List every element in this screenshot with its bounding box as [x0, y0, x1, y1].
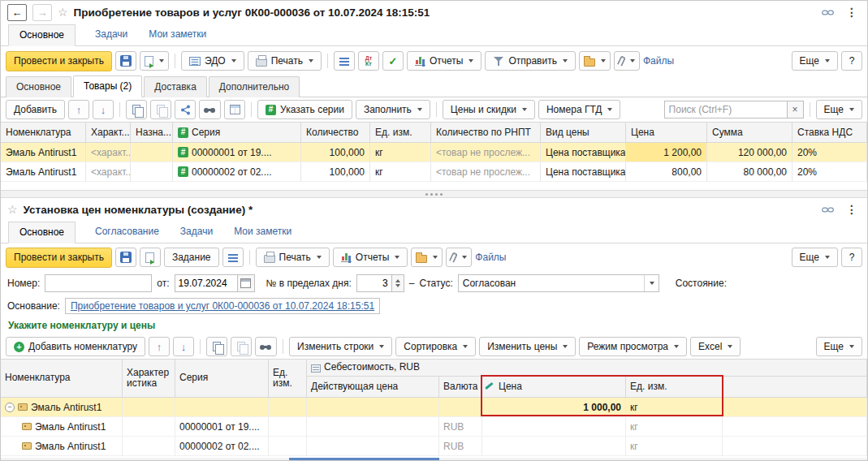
col-unit[interactable]: Ед. изм. — [370, 123, 431, 142]
excel-button[interactable]: Excel — [690, 337, 741, 356]
col-qty[interactable]: Количество — [301, 123, 370, 142]
col-rnpt[interactable]: Количество по РНПТ — [431, 123, 541, 142]
print-button[interactable]: Печать — [256, 248, 330, 267]
forward-button[interactable]: → — [32, 4, 52, 21]
scrollbar-thumb[interactable] — [289, 458, 439, 461]
folder-button[interactable] — [579, 51, 611, 71]
nav-tab-notes[interactable]: Мои заметки — [232, 222, 293, 243]
save-button[interactable] — [115, 51, 136, 71]
move-up-button[interactable]: ↑ — [68, 100, 89, 119]
edo-button[interactable]: ЭДО — [181, 51, 244, 71]
move-up-button[interactable]: ↑ — [149, 337, 170, 356]
check-button[interactable]: ✓ — [382, 51, 404, 71]
grid-more-button[interactable]: Еще — [816, 337, 862, 356]
share-button[interactable] — [175, 100, 196, 119]
basis-document-link[interactable]: Приобретение товаров и услуг 0К00-000036… — [71, 300, 374, 312]
reports-button[interactable]: Отчеты — [407, 51, 482, 71]
edit-rows-button[interactable]: Изменить строки — [289, 337, 392, 356]
nav-tab-main[interactable]: Основное — [8, 24, 76, 46]
seq-field[interactable] — [356, 274, 392, 292]
col-currency[interactable]: Валюта — [439, 377, 482, 397]
col-price[interactable]: Цена — [482, 377, 626, 397]
move-down-button[interactable]: ↓ — [93, 100, 114, 119]
horizontal-scrollbar[interactable] — [1, 458, 867, 461]
date-picker-button[interactable] — [238, 274, 255, 292]
window-menu-button[interactable]: ⋮ — [843, 201, 861, 218]
col-nomenclature[interactable]: Номенклатура — [1, 123, 86, 142]
task-button[interactable]: Задание — [164, 248, 219, 267]
col-group-cost[interactable]: Себестоимость, RUB — [307, 360, 867, 377]
tab-main[interactable]: Основное — [6, 76, 71, 97]
print-button[interactable]: Печать — [248, 51, 322, 71]
fill-button[interactable]: Заполнить — [356, 100, 430, 119]
window-splitter[interactable] — [1, 190, 867, 198]
seq-stepper[interactable] — [392, 274, 404, 292]
folder-button[interactable] — [411, 248, 443, 267]
reports-button[interactable]: Отчеты — [333, 248, 408, 267]
col-sum[interactable]: Сумма — [707, 123, 792, 142]
specify-series-button[interactable]: #Указать серии — [257, 100, 352, 119]
gtd-numbers-button[interactable]: Номера ГТД — [538, 100, 621, 119]
get-link-button[interactable] — [818, 205, 837, 215]
copy-row-button[interactable] — [206, 337, 227, 356]
col-price[interactable]: Цена — [626, 123, 707, 142]
nav-tab-notes[interactable]: Мои заметки — [147, 24, 208, 45]
status-dropdown-button[interactable] — [644, 275, 659, 291]
post-and-close-button[interactable]: Провести и закрыть — [6, 51, 112, 71]
view-mode-button[interactable]: Режим просмотра — [579, 337, 687, 356]
find-button[interactable] — [255, 337, 277, 356]
back-button[interactable]: ← — [7, 4, 27, 21]
col-unit2[interactable]: Ед. изм. — [626, 377, 723, 397]
files-link[interactable]: Файлы — [643, 55, 674, 67]
add-nomenclature-button[interactable]: +Добавить номенклатуру — [6, 337, 145, 356]
save-button[interactable] — [115, 248, 136, 267]
document-register-button[interactable] — [334, 51, 355, 71]
search-clear-button[interactable]: × — [788, 101, 804, 118]
get-link-button[interactable] — [818, 7, 837, 18]
files-link[interactable]: Файлы — [475, 252, 506, 263]
document-register-button[interactable] — [222, 248, 244, 267]
col-vat[interactable]: Ставка НДС — [792, 123, 867, 142]
col-series[interactable]: Серия — [175, 360, 269, 397]
search-input[interactable] — [664, 101, 788, 118]
collapse-icon[interactable]: − — [5, 403, 15, 412]
table-row[interactable]: − Эмаль Antirust1 1 000,00 кг — [1, 398, 867, 417]
add-row-button[interactable]: Добавить — [6, 100, 65, 119]
find-button[interactable] — [199, 100, 221, 119]
date-field[interactable] — [175, 274, 238, 292]
col-purpose[interactable]: Назна... — [131, 123, 173, 142]
copy-row-button[interactable] — [126, 100, 147, 119]
tab-delivery[interactable]: Доставка — [144, 76, 207, 97]
grid-more-button[interactable]: Еще — [816, 100, 862, 119]
post-and-close-button[interactable]: Провести и закрыть — [6, 248, 112, 268]
favorite-icon[interactable]: ☆ — [7, 203, 18, 216]
table-row[interactable]: Эмаль Antirust1 <характ... #00000002 от … — [1, 162, 867, 182]
table-row[interactable]: Эмаль Antirust1 00000002 от 02.... RUB к… — [1, 437, 867, 456]
nav-tab-tasks[interactable]: Задачи — [93, 24, 129, 45]
help-button[interactable]: ? — [841, 51, 862, 71]
send-button[interactable]: Отправить — [485, 51, 576, 71]
col-current-price[interactable]: Действующая цена — [307, 377, 439, 397]
edit-prices-button[interactable]: Изменить цены — [479, 337, 576, 356]
help-button[interactable]: ? — [841, 248, 862, 267]
prices-discounts-button[interactable]: Цены и скидки — [443, 100, 535, 119]
col-nomenclature[interactable]: Номенклатура — [1, 360, 123, 397]
col-unit[interactable]: Ед. изм. — [269, 360, 307, 397]
table-row[interactable]: Эмаль Antirust1 <характ... #00000001 от … — [1, 143, 867, 162]
copy-row-disabled-button[interactable] — [150, 100, 171, 119]
tab-goods[interactable]: Товары (2) — [73, 75, 142, 97]
copy-row-disabled-button[interactable] — [231, 337, 252, 356]
col-series[interactable]: #Серия — [173, 123, 301, 142]
attachments-button[interactable] — [614, 51, 640, 71]
col-characteristic[interactable]: Характ... — [86, 123, 131, 142]
postings-dt-kt-button[interactable]: ДтКт — [358, 51, 379, 71]
table-row[interactable]: Эмаль Antirust1 00000001 от 19.... RUB к… — [1, 417, 867, 437]
move-down-button[interactable]: ↓ — [173, 337, 194, 356]
tab-additional[interactable]: Дополнительно — [209, 76, 300, 97]
status-select[interactable]: Согласован — [458, 274, 659, 292]
create-based-on-button[interactable] — [140, 248, 161, 267]
nav-tab-tasks[interactable]: Задачи — [179, 222, 214, 243]
favorite-icon[interactable]: ☆ — [58, 6, 68, 19]
more-button[interactable]: Еще — [792, 248, 838, 267]
sort-button[interactable]: Сортировка — [395, 337, 476, 356]
